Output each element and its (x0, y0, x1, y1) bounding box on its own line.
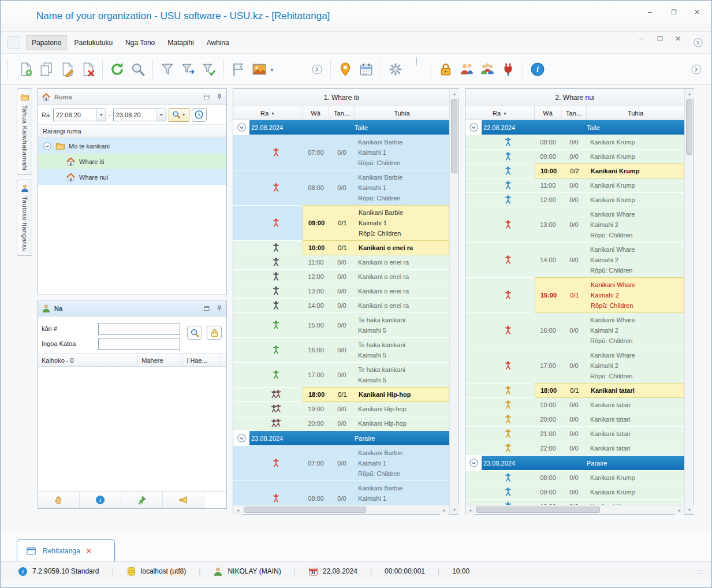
minimize-icon[interactable]: – (639, 39, 647, 46)
side-tab-tahua-kaiwhakamahi[interactable]: Tahua Kaiwhakamahi (17, 88, 32, 175)
schedule-slot-row[interactable]: 10:000/0Kanikani Krump (465, 500, 684, 505)
schedule-slot-row[interactable]: 14:000/0Kanikani WhareKaimahi 2Rōpū: Chi… (465, 243, 684, 278)
schedule-slot-row[interactable]: 12:000/0Kanikani Krump (465, 193, 684, 207)
menu-item-papatono[interactable]: Papatono (26, 35, 67, 50)
schedule-slot-row[interactable]: 14:000/0Kanikani o enei ra (233, 299, 449, 313)
filter-button[interactable] (157, 58, 178, 80)
new-doc-button[interactable] (15, 58, 36, 80)
tab-close-icon[interactable]: ✕ (86, 547, 92, 555)
schedule-slot-row[interactable]: 11:000/0Kanikani o enei ra (233, 255, 449, 270)
hand-button[interactable] (38, 492, 80, 508)
client-column-kaihoko-0[interactable]: Kaihoko - 0 (38, 354, 138, 366)
schedule-slot-row[interactable]: 07:000/0Kanikani BarbieKaimahi 1Rōpū: Ch… (233, 135, 449, 170)
column-tan[interactable]: Tan... (561, 106, 587, 120)
client-table-body[interactable] (38, 367, 226, 491)
schedule-slot-row[interactable]: 22:000/0Kanikani tatari (465, 441, 684, 456)
menu-item-awhina[interactable]: Awhina (201, 35, 235, 50)
column-tuhia[interactable]: Tuhia (355, 106, 449, 120)
group-button[interactable] (477, 58, 498, 80)
schedule-slot-row[interactable]: 13:000/0Kanikani o enei ra (233, 284, 449, 299)
time-filter-button[interactable] (192, 108, 207, 122)
column-ra[interactable]: Ra▲ (465, 106, 535, 120)
scrollbar-thumb[interactable] (244, 507, 366, 513)
close-icon[interactable]: ✕ (694, 12, 702, 20)
schedule-slot-row[interactable]: 08:000/0Kanikani Krump (465, 135, 684, 150)
delete-doc-button[interactable] (77, 58, 98, 80)
schedule-slot-row[interactable]: 08:000/0Kanikani BarbieKaimahi 1Rōpū: Ch… (233, 170, 449, 206)
schedule-slot-row[interactable]: 11:000/0Kanikani Krump (465, 178, 684, 193)
lock-button[interactable] (435, 58, 456, 80)
tree-item-whare-iti[interactable]: Whare iti (38, 154, 226, 169)
chevron-down-icon[interactable]: ▼ (270, 68, 274, 73)
tree-item-whare-nui[interactable]: Whare nui (38, 169, 226, 185)
column-tan[interactable]: Tan... (329, 106, 355, 120)
scrollbar-thumb[interactable] (451, 99, 457, 173)
horizontal-scrollbar[interactable]: ◄► (233, 505, 449, 514)
date-to-combobox[interactable]: 23.08.20 ▼ (113, 109, 166, 121)
pin-green-button[interactable] (121, 492, 163, 508)
horizontal-scrollbar[interactable]: ◄► (465, 505, 684, 514)
plug-button[interactable] (498, 58, 519, 80)
client-search-button[interactable] (187, 326, 202, 340)
scroll-up-icon[interactable]: ▲ (450, 89, 459, 98)
expand-circle-icon[interactable] (43, 142, 52, 151)
location-button[interactable] (335, 58, 356, 80)
schedule-slot-row[interactable]: 09:000/0Kanikani Krump (465, 150, 684, 164)
schedule-slot-row[interactable]: 17:000/0Kanikani WhareKaimahi 2Rōpū: Chi… (465, 348, 684, 384)
menu-item-paetukutuku[interactable]: Paetukutuku (68, 35, 118, 50)
schedule-slot-row[interactable]: 10:000/2Kanikani Krump (465, 164, 684, 178)
schedule-slot-row[interactable]: 19:000/0Kanikani tatari (465, 398, 684, 412)
copy-doc-button[interactable] (36, 58, 57, 80)
scroll-up-icon[interactable]: ▲ (685, 89, 694, 98)
schedule-slot-row[interactable]: 18:000/1Kanikani tatari (465, 384, 684, 398)
scrollbar-thumb[interactable] (686, 99, 692, 155)
chevron-down-icon[interactable]: ▼ (96, 109, 106, 121)
refresh-button[interactable] (107, 58, 128, 80)
toolbar-overflow-icon[interactable] (691, 64, 702, 75)
expand-circle-icon[interactable] (469, 122, 479, 132)
schedule-slot-row[interactable]: 15:000/0Te haka kanikaniKaimahi 5 (233, 313, 449, 338)
scroll-left-icon[interactable]: ◄ (233, 505, 243, 515)
users-button[interactable] (456, 58, 477, 80)
client-column-mahere[interactable]: Mahere (138, 354, 183, 366)
column-wa[interactable]: Wā (303, 106, 329, 120)
toolbar-grip[interactable] (8, 59, 10, 79)
date-row[interactable]: 22.08.2024Taite (465, 120, 684, 135)
schedule-slot-row[interactable]: 12:000/0Kanikani o enei ra (233, 270, 449, 284)
column-tuhia[interactable]: Tuhia (587, 106, 684, 120)
schedule-slot-row[interactable]: 18:000/1Kanikani Hip-hop (233, 388, 449, 402)
overflow-icon[interactable] (693, 38, 703, 48)
horn-button[interactable] (163, 492, 204, 508)
search-button[interactable] (128, 58, 148, 80)
schedule-slot-row[interactable]: 13:000/0Kanikani WhareKaimahi 2Rōpū: Chi… (465, 207, 684, 243)
image-button[interactable]: ▼ (249, 58, 270, 80)
schedule-slot-row[interactable]: 08:000/0Kanikani BarbieKaimahi 1Rōpū: Ch… (233, 481, 449, 505)
schedule-slot-row[interactable]: 20:000/0Kanikani Hip-hop (233, 416, 449, 431)
client-lock-button[interactable] (207, 326, 222, 340)
tab-rehitatanga[interactable]: Rehitatanga ✕ (17, 539, 115, 561)
scroll-down-icon[interactable]: ▼ (450, 505, 459, 514)
settings-button[interactable] (385, 58, 406, 80)
column-ra[interactable]: Ra▲ (233, 106, 303, 120)
tree-item-mo-te-kanikani[interactable]: Mo te kanikani (38, 138, 226, 154)
schedule-rows[interactable]: 22.08.2024Taite07:000/0Kanikani BarbieKa… (233, 120, 449, 505)
date-from-combobox[interactable]: 22.08.20 ▼ (53, 109, 106, 121)
client-column-i-hae-[interactable]: I Hae... (183, 354, 219, 366)
scroll-right-icon[interactable]: ► (675, 505, 684, 515)
toolbar-overflow-icon[interactable] (311, 64, 323, 75)
expand-circle-icon[interactable] (469, 458, 479, 468)
vertical-scrollbar[interactable]: ▲▼ (684, 89, 694, 514)
flag-button[interactable] (228, 58, 249, 80)
colors-button[interactable] (406, 58, 427, 80)
expand-circle-icon[interactable] (237, 122, 247, 132)
date-row[interactable]: 23.08.2024Paraire (465, 456, 684, 471)
maximize-icon[interactable]: ❐ (671, 12, 679, 20)
panel-pin-icon[interactable] (216, 305, 223, 312)
schedule-slot-row[interactable]: 15:000/1Kanikani WhareKaimahi 2Rōpū: Chi… (465, 278, 684, 313)
calendar-button[interactable] (356, 58, 376, 80)
scroll-right-icon[interactable]: ► (440, 505, 449, 515)
schedule-slot-row[interactable]: 16:000/0Te haka kanikaniKaimahi 5 (233, 338, 449, 363)
card-number-input[interactable] (98, 323, 180, 335)
schedule-slot-row[interactable]: 19:000/0Kanikani Hip-hop (233, 402, 449, 416)
side-tab-tautoko-hangarau[interactable]: Tautoko hangarau (17, 180, 32, 256)
